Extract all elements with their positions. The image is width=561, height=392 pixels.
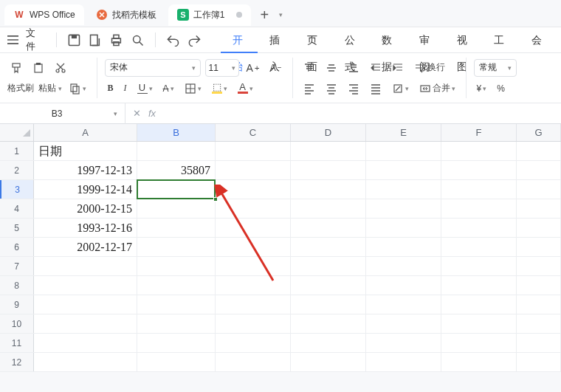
cell-A12[interactable]	[34, 353, 137, 371]
cell-A10[interactable]	[34, 314, 137, 333]
paste-icon[interactable]	[30, 59, 47, 77]
cell-D3[interactable]	[291, 180, 366, 199]
print-icon[interactable]	[109, 32, 123, 48]
cell-C1[interactable]	[216, 142, 291, 160]
cell-A7[interactable]	[34, 257, 137, 275]
cell-D4[interactable]	[291, 199, 366, 218]
align-middle-icon[interactable]	[323, 59, 340, 77]
cell-F2[interactable]	[441, 161, 517, 179]
font-size-select[interactable]: 11▾	[205, 59, 239, 77]
number-format-select[interactable]: 常规▾	[474, 59, 517, 77]
col-header-G[interactable]: G	[517, 124, 561, 141]
align-center-icon[interactable]	[323, 80, 340, 97]
cell-G6[interactable]	[517, 238, 561, 256]
preview-icon[interactable]	[131, 32, 145, 48]
format-brush-icon[interactable]	[7, 59, 25, 77]
tab-overflow-caret[interactable]: ▾	[279, 11, 283, 18]
cell-B1[interactable]	[137, 142, 216, 160]
cell-C11[interactable]	[216, 334, 291, 352]
cell-F7[interactable]	[441, 257, 517, 275]
tab-formula[interactable]: 公式	[333, 27, 371, 53]
cell-C4[interactable]	[216, 199, 291, 218]
cell-F11[interactable]	[441, 334, 517, 352]
row-header-1[interactable]: 1	[0, 142, 34, 160]
cell-D5[interactable]	[291, 219, 366, 237]
col-header-D[interactable]: D	[291, 124, 366, 141]
cell-B8[interactable]	[137, 276, 216, 295]
cell-C8[interactable]	[216, 276, 291, 295]
cell-B5[interactable]	[137, 219, 216, 237]
tab-data[interactable]: 数据	[370, 27, 407, 53]
cell-E10[interactable]	[366, 314, 441, 333]
cell-E5[interactable]	[366, 219, 441, 237]
tab-review[interactable]: 审阅	[407, 27, 445, 53]
tab-workbook[interactable]: S 工作簿1	[168, 4, 252, 26]
cell-E2[interactable]	[366, 161, 441, 179]
cell-G8[interactable]	[517, 276, 561, 295]
file-menu[interactable]: 文件	[26, 27, 42, 53]
cell-B9[interactable]	[137, 295, 216, 314]
undo-icon[interactable]	[166, 32, 180, 48]
cell-G11[interactable]	[517, 334, 561, 352]
copy-icon[interactable]: ▾	[66, 80, 89, 97]
cell-F8[interactable]	[441, 276, 517, 295]
tab-page[interactable]: 页面	[295, 27, 333, 53]
cell-F9[interactable]	[441, 295, 517, 314]
col-header-F[interactable]: F	[441, 124, 517, 141]
cell-D11[interactable]	[291, 334, 366, 352]
cell-F12[interactable]	[441, 353, 517, 371]
app-tab-wps[interactable]: W WPS Office	[4, 4, 84, 25]
cell-F10[interactable]	[441, 314, 517, 333]
bold-button[interactable]: B	[105, 80, 117, 97]
cell-F5[interactable]	[441, 219, 517, 237]
cell-A5[interactable]: 1993-12-16	[34, 219, 137, 237]
orientation-icon[interactable]: ▾	[389, 80, 412, 97]
align-left-icon[interactable]	[300, 80, 318, 97]
cell-G7[interactable]	[517, 257, 561, 275]
cell-G1[interactable]	[517, 142, 561, 160]
row-header-4[interactable]: 4	[0, 199, 34, 218]
cell-E9[interactable]	[366, 295, 441, 314]
col-header-A[interactable]: A	[34, 124, 137, 141]
cell-D9[interactable]	[291, 295, 366, 314]
cell-B11[interactable]	[137, 334, 216, 352]
cell-B2[interactable]: 35807	[137, 161, 216, 179]
cell-G10[interactable]	[517, 314, 561, 333]
italic-button[interactable]: I	[121, 80, 130, 97]
menu-hamburger-icon[interactable]	[7, 35, 18, 45]
row-header-5[interactable]: 5	[0, 219, 34, 237]
cell-C12[interactable]	[216, 353, 291, 371]
align-right-icon[interactable]	[345, 80, 362, 97]
cell-B3[interactable]	[137, 180, 216, 199]
fill-color-button[interactable]: ⬚▾	[209, 80, 230, 97]
tab-view[interactable]: 视图	[445, 27, 483, 53]
justify-icon[interactable]	[367, 80, 385, 97]
paste-label[interactable]: 粘贴 ▾	[38, 82, 62, 94]
cell-D2[interactable]	[291, 161, 366, 179]
name-box[interactable]: B3 ▾	[0, 103, 125, 124]
row-header-10[interactable]: 10	[0, 314, 34, 333]
underline-button[interactable]: U▾	[134, 80, 156, 97]
align-bottom-icon[interactable]	[345, 59, 362, 77]
cell-A8[interactable]	[34, 276, 137, 295]
save-icon[interactable]	[67, 32, 81, 48]
cell-A9[interactable]	[34, 295, 137, 314]
decrease-font-icon[interactable]: A−	[267, 59, 285, 77]
cell-D12[interactable]	[291, 353, 366, 371]
borders-button[interactable]: ▾	[182, 80, 204, 97]
cell-G9[interactable]	[517, 295, 561, 314]
row-header-7[interactable]: 7	[0, 257, 34, 275]
cell-A1[interactable]: 日期	[34, 142, 137, 160]
cell-C3[interactable]	[216, 180, 291, 199]
merge-cells-button[interactable]: 合并▾	[416, 80, 458, 97]
tab-insert[interactable]: 插入	[258, 27, 295, 53]
cell-D6[interactable]	[291, 238, 366, 256]
cell-E3[interactable]	[366, 180, 441, 199]
tab-templates[interactable]: 找稻壳模板	[87, 4, 165, 26]
redo-icon[interactable]	[187, 32, 202, 48]
cell-D1[interactable]	[291, 142, 366, 160]
cell-B6[interactable]	[137, 238, 216, 256]
format-brush-label[interactable]: 格式刷	[7, 82, 34, 94]
cell-D8[interactable]	[291, 276, 366, 295]
cell-C2[interactable]	[216, 161, 291, 179]
